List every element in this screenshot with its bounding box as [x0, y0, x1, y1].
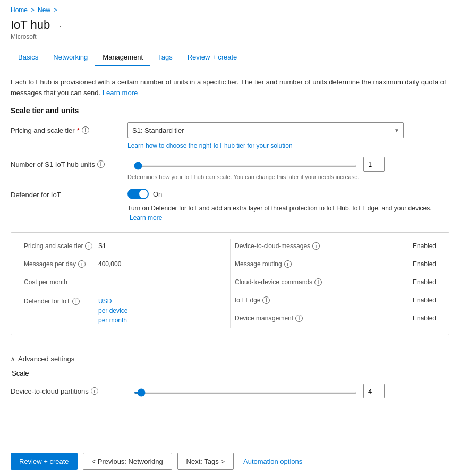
page-subtitle: Microsoft	[11, 33, 449, 40]
defender-toggle[interactable]	[127, 189, 149, 199]
defender-section: Defender for IoT On Turn on Defender for…	[11, 189, 449, 223]
table-routing-info-icon[interactable]: i	[284, 260, 292, 268]
review-create-button[interactable]: Review + create	[11, 453, 78, 470]
table-row-cost: Cost per month	[24, 275, 226, 289]
tab-tags[interactable]: Tags	[150, 49, 180, 66]
tier-hint-link[interactable]: Learn how to choose the right IoT hub ti…	[127, 142, 293, 149]
units-info-icon[interactable]: i	[97, 160, 105, 168]
table-devmgmt-info-icon[interactable]: i	[295, 314, 303, 322]
table-d2c-info-icon[interactable]: i	[312, 242, 320, 250]
pricing-tier-select[interactable]: S1: Standard tier F1: Free tier B1: Basi…	[127, 122, 404, 138]
table-right-col: Device-to-cloud-messages i Enabled Messa…	[230, 239, 440, 328]
info-text: Each IoT hub is provisioned with a certa…	[11, 77, 446, 98]
table-row-devmgmt: Device management i Enabled	[235, 311, 436, 325]
partitions-info-icon[interactable]: i	[91, 387, 98, 395]
page-title: IoT hub	[11, 18, 50, 32]
breadcrumb: Home > New >	[11, 6, 449, 14]
pricing-tier-row: Pricing and scale tier * i S1: Standard …	[11, 122, 449, 138]
table-pricing-info-icon[interactable]: i	[85, 242, 92, 250]
pricing-tier-label: Pricing and scale tier * i	[11, 126, 127, 134]
tier-info-table: Pricing and scale tier i S1 Messages per…	[11, 232, 449, 335]
partitions-value-input[interactable]	[363, 384, 385, 398]
partitions-label: Device-to-cloud partitions i	[11, 387, 127, 395]
units-label: Number of S1 IoT hub units i	[11, 160, 127, 168]
table-row-messages: Messages per day i 400,000	[24, 257, 226, 271]
advanced-section: ∧ Advanced settings Scale Device-to-clou…	[11, 346, 449, 398]
defender-toggle-control: On	[127, 189, 162, 199]
breadcrumb-sep2: >	[54, 6, 57, 14]
table-defender-info-icon[interactable]: i	[72, 298, 80, 305]
units-slider[interactable]	[134, 165, 357, 167]
defender-desc: Turn on Defender for IoT and add an extr…	[127, 203, 446, 223]
defender-learn-more[interactable]: Learn more	[130, 214, 162, 222]
table-grid: Pricing and scale tier i S1 Messages per…	[20, 239, 440, 328]
units-value-input[interactable]	[363, 157, 385, 172]
advanced-title: Advanced settings	[18, 355, 74, 363]
units-slider-container	[134, 160, 357, 168]
partitions-row: Device-to-cloud partitions i	[11, 384, 449, 398]
breadcrumb-sep1: >	[31, 6, 35, 14]
toggle-slider	[127, 189, 149, 199]
table-left-col: Pricing and scale tier i S1 Messages per…	[20, 239, 230, 328]
chevron-up-icon: ∧	[11, 355, 15, 362]
partitions-section: Device-to-cloud partitions i	[11, 384, 449, 398]
tab-review[interactable]: Review + create	[180, 49, 245, 66]
breadcrumb-home[interactable]: Home	[11, 6, 28, 14]
partitions-slider-container	[134, 387, 357, 395]
partitions-slider[interactable]	[134, 392, 357, 394]
next-button[interactable]: Next: Tags >	[177, 453, 234, 470]
pricing-tier-info-icon[interactable]: i	[82, 126, 89, 134]
scale-label: Scale	[12, 369, 449, 377]
units-hint: Determines how your IoT hub can scale. Y…	[127, 174, 449, 180]
table-row-routing: Message routing i Enabled	[235, 257, 436, 271]
previous-button[interactable]: < Previous: Networking	[83, 453, 172, 470]
units-row: Number of S1 IoT hub units i	[11, 157, 449, 172]
table-row-edge: IoT Edge i Enabled	[235, 293, 436, 307]
table-row-defender: Defender for IoT i USDper deviceper mont…	[24, 293, 226, 328]
advanced-header[interactable]: ∧ Advanced settings	[11, 355, 449, 363]
units-section: Number of S1 IoT hub units i Determines …	[11, 157, 449, 180]
table-messages-info-icon[interactable]: i	[78, 260, 86, 268]
table-row-c2d: Cloud-to-device commands i Enabled	[235, 275, 436, 289]
defender-toggle-text: On	[153, 190, 162, 198]
automation-options-link[interactable]: Automation options	[239, 454, 306, 469]
table-row-pricing: Pricing and scale tier i S1	[24, 239, 226, 253]
tab-networking[interactable]: Networking	[46, 49, 95, 66]
tab-bar: Basics Networking Management Tags Review…	[0, 49, 460, 66]
tab-management[interactable]: Management	[95, 49, 150, 66]
learn-more-link[interactable]: Learn more	[103, 89, 138, 97]
defender-label: Defender for IoT	[11, 189, 127, 199]
footer: Review + create < Previous: Networking N…	[0, 446, 460, 476]
section-title: Scale tier and units	[11, 106, 449, 115]
table-row-d2c: Device-to-cloud-messages i Enabled	[235, 239, 436, 253]
tab-basics[interactable]: Basics	[11, 49, 46, 66]
table-edge-info-icon[interactable]: i	[262, 296, 270, 304]
defender-row: Defender for IoT On	[11, 189, 449, 199]
breadcrumb-new[interactable]: New	[38, 6, 50, 14]
required-marker: *	[77, 126, 80, 134]
print-icon[interactable]: 🖨	[55, 20, 64, 30]
table-c2d-info-icon[interactable]: i	[314, 278, 322, 286]
pricing-tier-dropdown-wrapper: S1: Standard tier F1: Free tier B1: Basi…	[127, 122, 404, 138]
